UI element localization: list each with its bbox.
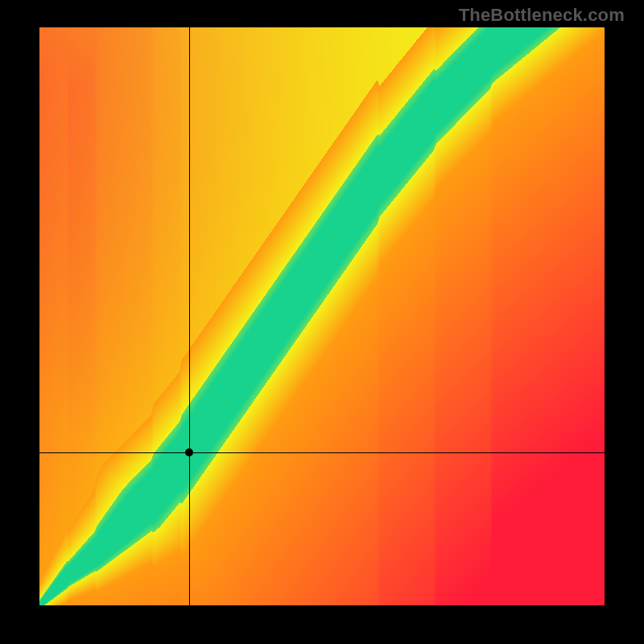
watermark-text: TheBottleneck.com: [459, 5, 625, 26]
chart-stage: TheBottleneck.com: [0, 0, 644, 644]
heatmap-plot: [39, 27, 605, 605]
heatmap-canvas: [39, 27, 605, 605]
